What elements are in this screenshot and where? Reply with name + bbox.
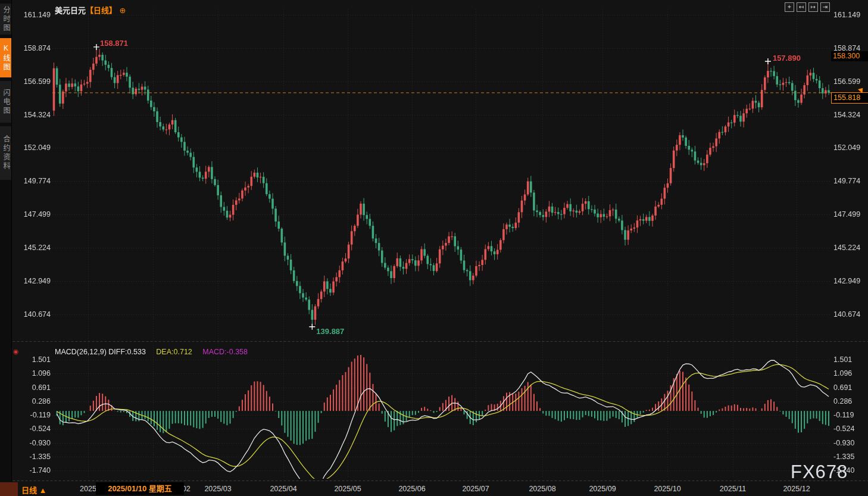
price-tick-left: 142.949 [11, 277, 51, 285]
price-tick-left: 149.774 [11, 177, 51, 185]
price-tick-right: 156.599 [833, 77, 860, 86]
sidebar-tab-3[interactable]: 闪电图 [0, 81, 11, 123]
symbol-name: 美元日元 [55, 6, 86, 15]
pan-left-icon[interactable]: ↤ [797, 2, 806, 12]
x-axis-tick: 2025/03 [204, 485, 231, 493]
x-axis-tick: 2025 [80, 485, 96, 493]
macd-tick-left: -1.335 [11, 453, 51, 461]
macd-tick-right: 0.286 [833, 397, 852, 405]
macd-tick-left: 0.286 [11, 397, 51, 405]
price-tick-right: 149.774 [833, 177, 860, 185]
price-tick-right: 154.324 [833, 111, 860, 119]
sidebar-tab-2[interactable]: K线图 [0, 38, 11, 77]
price-tick-left: 145.224 [11, 244, 51, 252]
last-price-label: 155.818 [831, 92, 868, 104]
circle-plus-icon[interactable]: ⊕ [119, 6, 126, 15]
macd-indicator-header: MACD(26,12,9) DIFF:0.533 DEA:0.712 MACD:… [55, 348, 248, 356]
sidebar-tab-1[interactable]: 分时图 [0, 4, 11, 35]
price-tick-right: 161.149 [833, 11, 860, 19]
chart-application-window: 分时图K线图闪电图合约资料 美元日元【日线】 ⊕ +↤↦⇥ 161.149158… [0, 0, 868, 496]
macd-tick-right: 0.691 [833, 383, 852, 392]
bottom-left-corner-block [0, 482, 18, 496]
macd-tick-right: -0.119 [833, 411, 854, 419]
price-tick-left: 140.674 [11, 310, 51, 319]
x-axis-tick: 2025/09 [589, 485, 616, 493]
x-axis-tick: 2025/04 [270, 485, 296, 493]
macd-tick-right: -0.524 [833, 425, 854, 433]
macd-tick-left: 1.096 [11, 369, 51, 378]
price-tick-left: 161.149 [11, 11, 51, 19]
macd-tick-left: -0.930 [11, 439, 51, 447]
macd-tick-left: -0.119 [11, 411, 51, 419]
dec-high-annotation: 157.890 [773, 54, 801, 63]
price-tick-left: 156.599 [11, 77, 51, 86]
x-axis-tick: 2025/05 [334, 485, 361, 493]
alert-price-label: 158.300 [831, 51, 868, 61]
price-tick-right: 147.499 [833, 210, 860, 219]
x-axis-tick: 2025/08 [529, 485, 555, 493]
macd-diff-value: MACD(26,12,9) DIFF:0.533 [55, 348, 146, 356]
price-tick-right: 145.224 [833, 244, 860, 252]
jump-latest-icon[interactable]: ⇥ [820, 2, 830, 12]
x-axis-tick: 2025/10 [654, 485, 680, 493]
chart-title: 美元日元【日线】 ⊕ [55, 4, 126, 15]
macd-tick-right: -1.335 [833, 453, 854, 461]
x-axis-tick: 2025/12 [783, 485, 810, 493]
sidebar-tab-4[interactable]: 合约资料 [0, 126, 11, 180]
macd-bar-value: MACD:-0.358 [202, 348, 248, 356]
price-tick-left: 147.499 [11, 210, 51, 219]
x-axis-tick: 2025/11 [720, 485, 746, 493]
period-tag: 【日线】 [86, 6, 117, 15]
macd-tick-left: -1.740 [11, 466, 51, 475]
macd-tick-right: -0.930 [833, 439, 854, 447]
move-tool-icon[interactable]: + [785, 2, 794, 12]
macd-tick-right: 1.501 [833, 355, 852, 364]
macd-tick-right: 1.096 [833, 369, 852, 378]
left-tab-strip: 分时图K线图闪电图合约资料 [0, 0, 12, 496]
fx678-watermark: FX678 [791, 461, 848, 483]
period-selector[interactable]: 日线 ▲ [21, 484, 46, 495]
x-axis-tick: 2025/07 [462, 485, 489, 493]
price-tick-left: 158.874 [11, 44, 51, 52]
macd-tick-left: -0.524 [11, 425, 51, 433]
price-tick-right: 142.949 [833, 277, 860, 285]
year-low-annotation: 139.887 [316, 327, 344, 336]
macd-target-icon[interactable]: ◉ [13, 348, 19, 355]
candlestick-macd-canvas[interactable] [0, 0, 868, 496]
macd-dea-value: DEA:0.712 [156, 348, 192, 356]
price-tick-right: 140.674 [833, 310, 860, 319]
price-tick-right: 152.049 [833, 144, 860, 152]
price-tick-left: 152.049 [11, 144, 51, 152]
x-axis-tick: 2025/06 [398, 485, 425, 493]
pan-right-icon[interactable]: ↦ [808, 2, 818, 12]
price-tick-left: 154.324 [11, 111, 51, 119]
macd-tick-left: 0.691 [11, 383, 51, 392]
macd-tick-left: 1.501 [11, 355, 51, 364]
chart-toolbar: +↤↦⇥ [785, 2, 830, 12]
year-high-annotation: 158.871 [100, 39, 128, 48]
date-crosshair-tooltip: 2025/01/10 星期五 [96, 482, 184, 495]
